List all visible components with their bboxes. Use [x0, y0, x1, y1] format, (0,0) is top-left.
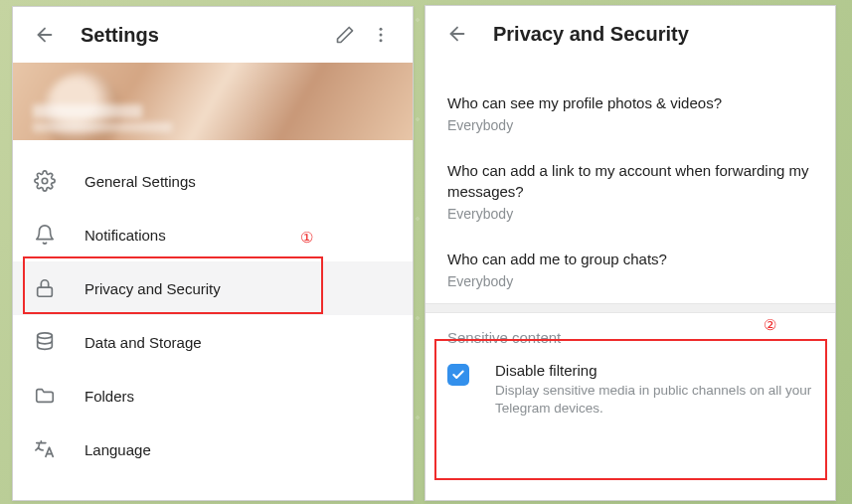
privacy-item-value: Everybody — [447, 206, 813, 222]
back-button[interactable] — [27, 17, 63, 53]
settings-header: Settings — [13, 7, 413, 63]
language-icon — [33, 437, 57, 461]
disable-filtering-row[interactable]: Disable filtering Display sensitive medi… — [426, 352, 835, 435]
svg-point-1 — [380, 28, 383, 31]
privacy-item-groups[interactable]: Who can add me to group chats? Everybody — [426, 236, 835, 303]
page-title: Settings — [81, 24, 327, 47]
settings-item-language[interactable]: Language — [13, 422, 413, 476]
page-title: Privacy and Security — [493, 23, 821, 46]
svg-point-4 — [42, 178, 48, 184]
gear-icon — [33, 169, 57, 193]
privacy-item-value: Everybody — [447, 273, 813, 289]
settings-item-label: Notifications — [85, 227, 166, 244]
database-icon — [33, 330, 57, 354]
arrow-left-icon — [446, 23, 468, 45]
profile-banner[interactable] — [13, 63, 413, 140]
privacy-panel: Privacy and Security Who can see my prof… — [425, 5, 836, 501]
settings-item-label: Folders — [85, 388, 134, 405]
svg-rect-5 — [38, 287, 53, 296]
settings-item-general[interactable]: General Settings — [13, 154, 413, 208]
settings-item-folders[interactable]: Folders — [13, 369, 413, 422]
settings-item-notifications[interactable]: Notifications — [13, 208, 413, 261]
svg-point-2 — [380, 34, 383, 37]
profile-info — [33, 104, 172, 132]
bell-icon — [33, 223, 57, 247]
settings-item-privacy[interactable]: Privacy and Security — [13, 261, 413, 315]
privacy-item-title: Who can add me to group chats? — [447, 250, 813, 269]
lock-icon — [33, 276, 57, 300]
svg-point-3 — [380, 39, 383, 42]
arrow-left-icon — [34, 24, 56, 46]
settings-item-label: Language — [85, 441, 151, 458]
disable-filtering-title: Disable filtering — [495, 362, 813, 379]
settings-item-label: General Settings — [85, 173, 196, 190]
privacy-item-title: Who can add a link to my account when fo… — [447, 161, 813, 202]
kebab-icon — [371, 25, 391, 45]
privacy-item-photos[interactable]: Who can see my profile photos & videos? … — [426, 80, 835, 147]
disable-filtering-checkbox[interactable] — [447, 364, 469, 386]
section-divider — [426, 303, 835, 313]
annotation-number-1: ① — [300, 229, 313, 247]
privacy-item-title: Who can see my profile photos & videos? — [447, 93, 813, 113]
more-button[interactable] — [363, 17, 399, 53]
pencil-icon — [335, 25, 355, 45]
settings-item-data[interactable]: Data and Storage — [13, 315, 413, 369]
settings-item-label: Privacy and Security — [85, 280, 221, 297]
settings-item-label: Data and Storage — [85, 334, 202, 351]
back-button[interactable] — [439, 16, 475, 52]
disable-filtering-desc: Display sensitive media in public channe… — [495, 382, 813, 418]
annotation-number-2: ② — [764, 316, 776, 334]
privacy-item-value: Everybody — [447, 117, 813, 133]
privacy-item-forwarding[interactable]: Who can add a link to my account when fo… — [426, 147, 835, 236]
edit-button[interactable] — [327, 17, 363, 53]
folder-icon — [33, 384, 57, 408]
svg-point-6 — [38, 333, 53, 339]
privacy-header: Privacy and Security — [426, 6, 835, 62]
settings-panel: Settings General Settings Notifications … — [12, 6, 414, 501]
check-icon — [451, 368, 465, 382]
